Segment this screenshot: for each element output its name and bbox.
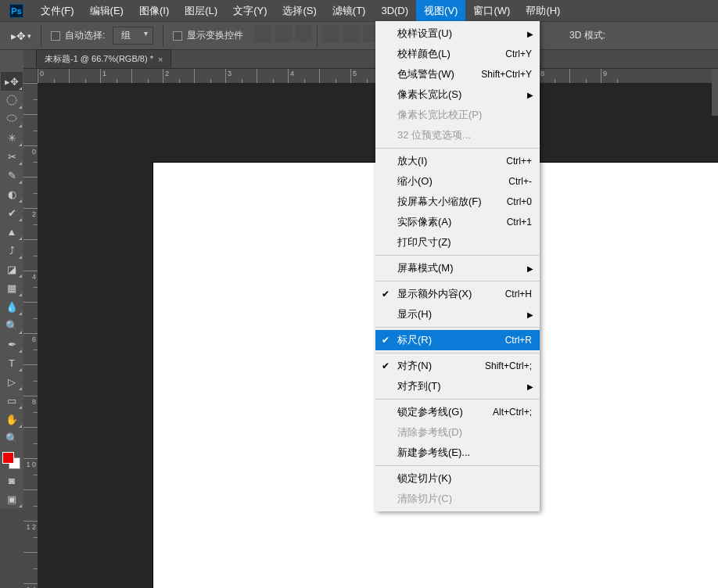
- pen-tool[interactable]: ✒: [1, 335, 23, 353]
- screen-mode-tool[interactable]: ▣: [1, 489, 23, 508]
- marquee-tool[interactable]: [1, 91, 23, 109]
- mode-3d-label: 3D 模式:: [569, 29, 605, 42]
- menu-item[interactable]: 放大(I)Ctrl++: [375, 151, 540, 171]
- menu-item[interactable]: 按屏幕大小缩放(F)Ctrl+0: [375, 192, 540, 212]
- hand-tool[interactable]: ✋: [1, 410, 23, 428]
- shape-tool[interactable]: ▭: [1, 391, 23, 410]
- auto-select-checkbox[interactable]: 自动选择:: [51, 29, 105, 42]
- ruler-corner: [23, 69, 38, 83]
- auto-select-dropdown[interactable]: 组: [113, 27, 153, 45]
- brush-tool[interactable]: ✔: [1, 203, 23, 222]
- menu-编辑[interactable]: 编辑(E): [82, 0, 131, 21]
- stamp-tool[interactable]: ▲: [1, 222, 23, 241]
- menu-item[interactable]: 新建参考线(E)...: [375, 443, 540, 463]
- menu-文字[interactable]: 文字(Y): [225, 0, 275, 21]
- menu-item[interactable]: ✔显示额外内容(X)Ctrl+H: [375, 284, 540, 304]
- workspace: 0123456789 024681 01 21 41 61 82 02 22 4: [23, 69, 718, 588]
- eyedropper-tool[interactable]: ✎: [1, 166, 23, 185]
- toolbox: ▸✥ ✳ ✂ ✎ ◐ ✔ ▲ ⤴ ◪ ▦ 💧 🔍 ✒ T ▷ ▭ ✋ 🔍 ◙ ▣: [0, 50, 23, 508]
- menu-选择[interactable]: 选择(S): [275, 0, 324, 21]
- menu-item[interactable]: 实际像素(A)Ctrl+1: [375, 212, 540, 232]
- show-transform-checkbox[interactable]: 显示变换控件: [173, 29, 243, 42]
- vertical-ruler: 024681 01 21 41 61 82 02 22 4: [23, 83, 38, 588]
- menubar: Ps 文件(F)编辑(E)图像(I)图层(L)文字(Y)选择(S)滤镜(T)3D…: [0, 0, 718, 21]
- heal-tool[interactable]: ◐: [1, 185, 23, 203]
- 3d-icon[interactable]: [673, 29, 687, 43]
- color-swatches[interactable]: [0, 452, 23, 471]
- align-icon[interactable]: [275, 25, 292, 42]
- menu-视图[interactable]: 视图(V): [416, 0, 465, 21]
- document-tab[interactable]: 未标题-1 @ 66.7%(RGB/8) *×: [36, 49, 171, 68]
- 3d-icon[interactable]: [652, 29, 666, 43]
- menu-item[interactable]: 显示(H)▶: [375, 304, 540, 324]
- menu-文件[interactable]: 文件(F): [33, 0, 82, 21]
- menu-item[interactable]: 锁定切片(K): [375, 468, 540, 489]
- eraser-tool[interactable]: ◪: [1, 260, 23, 278]
- close-icon[interactable]: ×: [158, 55, 163, 64]
- menu-图像[interactable]: 图像(I): [131, 0, 177, 21]
- fg-color-swatch[interactable]: [2, 452, 14, 464]
- menu-item: 像素长宽比校正(P): [375, 105, 540, 125]
- align-icon[interactable]: [343, 25, 360, 42]
- panel-handle[interactable]: [712, 69, 718, 116]
- 3d-icon[interactable]: [612, 29, 626, 43]
- menu-窗口[interactable]: 窗口(W): [465, 0, 518, 21]
- type-tool[interactable]: T: [1, 353, 23, 372]
- menu-item[interactable]: 打印尺寸(Z): [375, 232, 540, 253]
- align-icon[interactable]: [295, 25, 312, 42]
- path-tool[interactable]: ▷: [1, 372, 23, 391]
- view-menu-dropdown: 校样设置(U)▶校样颜色(L)Ctrl+Y色域警告(W)Shift+Ctrl+Y…: [375, 21, 540, 511]
- svg-point-1: [7, 115, 16, 121]
- menu-item[interactable]: 屏幕模式(M)▶: [375, 258, 540, 278]
- separator: [163, 25, 163, 47]
- menu-item[interactable]: 校样设置(U)▶: [375, 23, 540, 44]
- menu-帮助[interactable]: 帮助(H): [518, 0, 568, 21]
- history-brush-tool[interactable]: ⤴: [1, 241, 23, 260]
- svg-point-0: [7, 95, 16, 105]
- menu-item[interactable]: 像素长宽比(S)▶: [375, 84, 540, 105]
- menu-图层[interactable]: 图层(L): [177, 0, 225, 21]
- menu-item: 清除参考线(D): [375, 422, 540, 443]
- gradient-tool[interactable]: ▦: [1, 278, 23, 297]
- menu-item[interactable]: ✔对齐(N)Shift+Ctrl+;: [375, 356, 540, 376]
- tab-bar: 未标题-1 @ 66.7%(RGB/8) *×: [0, 50, 718, 69]
- photoshop-logo: Ps: [9, 4, 23, 18]
- menu-item[interactable]: 锁定参考线(G)Alt+Ctrl+;: [375, 402, 540, 422]
- lasso-tool[interactable]: [1, 109, 23, 128]
- move-tool-icon: ▸✥ ▾: [11, 30, 31, 42]
- crop-tool[interactable]: ✂: [1, 147, 23, 166]
- blur-tool[interactable]: 💧: [1, 297, 23, 316]
- zoom-tool[interactable]: 🔍: [1, 428, 23, 447]
- separator: [317, 25, 318, 47]
- 3d-icon[interactable]: [632, 29, 646, 43]
- separator: [41, 25, 41, 47]
- wand-tool[interactable]: ✳: [1, 128, 23, 147]
- menu-3d[interactable]: 3D(D): [373, 0, 416, 21]
- menu-item[interactable]: 缩小(O)Ctrl+-: [375, 171, 540, 192]
- menu-item: 清除切片(C): [375, 489, 540, 509]
- menu-item: 32 位预览选项...: [375, 125, 540, 145]
- menu-item[interactable]: 对齐到(T)▶: [375, 376, 540, 396]
- move-tool[interactable]: ▸✥: [1, 72, 23, 91]
- menu-item[interactable]: 色域警告(W)Shift+Ctrl+Y: [375, 64, 540, 84]
- options-bar: ▸✥ ▾ 自动选择: 组 显示变换控件 3D 模式:: [0, 21, 718, 50]
- menu-item[interactable]: 校样颜色(L)Ctrl+Y: [375, 44, 540, 64]
- dodge-tool[interactable]: 🔍: [1, 316, 23, 335]
- 3d-icon[interactable]: [693, 29, 707, 43]
- align-icon[interactable]: [322, 25, 339, 42]
- menu-item[interactable]: ✔标尺(R)Ctrl+R: [375, 330, 540, 350]
- quick-mask-tool[interactable]: ◙: [1, 471, 23, 489]
- align-icon[interactable]: [254, 25, 271, 42]
- menu-滤镜[interactable]: 滤镜(T): [325, 0, 374, 21]
